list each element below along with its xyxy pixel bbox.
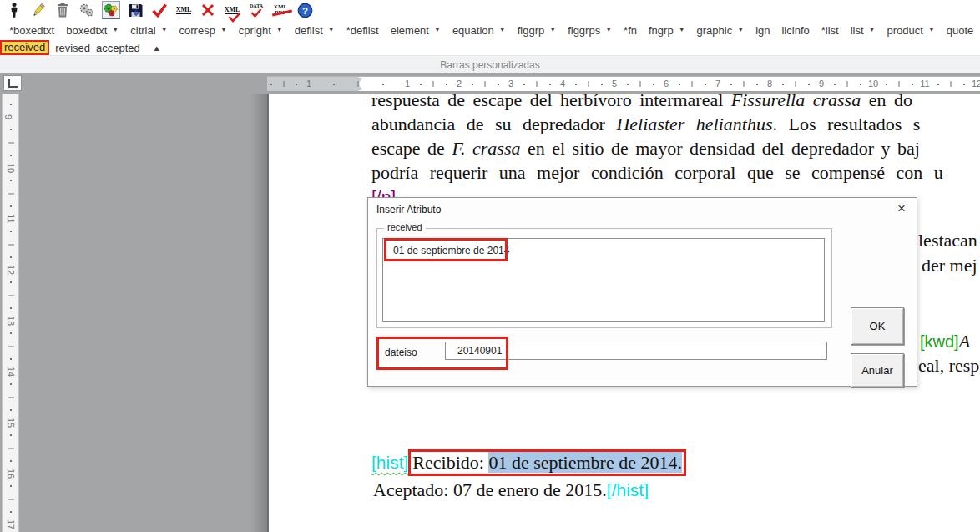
document-workspace: 91011121314151617 respuesta de escape de… — [0, 94, 980, 532]
ok-button[interactable]: OK — [851, 307, 904, 345]
tag-button[interactable]: *list — [816, 23, 845, 38]
ruler-tick — [782, 84, 784, 85]
tag-button[interactable]: equation ▼ — [447, 23, 512, 38]
dropdown-arrow-icon[interactable]: ▼ — [161, 27, 168, 33]
dialog-title: Inserir Atributo — [376, 204, 441, 215]
ruler-number: 1 — [405, 79, 410, 89]
tag-button[interactable]: cpright ▼ — [233, 23, 289, 38]
ruler-tick — [730, 84, 732, 85]
revised-button[interactable]: revised — [55, 42, 90, 54]
run-settings-icon[interactable] — [102, 1, 120, 19]
ruler-tick — [10, 205, 12, 207]
ruler-number: 8 — [767, 79, 772, 89]
ruler-tick — [10, 129, 12, 130]
ruler-tick — [8, 448, 14, 448]
tag-button[interactable]: *fn — [618, 23, 643, 38]
tag-button[interactable]: figgrp ▼ — [512, 23, 562, 38]
delete-x-icon[interactable] — [199, 1, 217, 19]
tag-button[interactable]: quote — [941, 23, 980, 38]
ruler-tick — [834, 84, 836, 85]
tab-stop-selector[interactable] — [3, 75, 22, 91]
dropdown-arrow-icon[interactable]: ▼ — [220, 27, 227, 33]
xml-pdf-icon[interactable]: XML PDF — [271, 1, 290, 19]
ruler-tick — [10, 485, 12, 487]
ruler-tick — [8, 346, 14, 347]
keyword-tag-fragment: [kwd]A — [920, 331, 970, 352]
xml-icon[interactable]: XML — [174, 1, 193, 19]
ruler-number: 10 — [6, 163, 16, 173]
ruler-tick — [627, 84, 629, 85]
ruler-tick — [963, 84, 965, 85]
document-line: podría requerir una mejor condición corp… — [371, 160, 943, 185]
ruler-tick — [296, 84, 297, 85]
ruler-row: 21123456789101112 — [0, 73, 980, 94]
dropdown-arrow-icon[interactable]: ▼ — [869, 27, 876, 33]
annotation-box — [384, 238, 508, 261]
ruler-tick — [692, 81, 693, 87]
tag-button-label: quote — [947, 24, 974, 37]
dropdown-arrow-icon[interactable]: ▼ — [499, 27, 506, 33]
ruler-tick — [358, 81, 359, 87]
tag-button[interactable]: *boxedtxt — [3, 23, 60, 38]
horizontal-ruler[interactable]: 21123456789101112 — [267, 76, 980, 92]
dropdown-arrow-icon[interactable]: ▼ — [276, 27, 283, 33]
tag-button[interactable]: deflist ▼ — [289, 23, 341, 38]
dropdown-arrow-icon[interactable]: ▼ — [328, 27, 335, 33]
ruler-tick — [8, 193, 14, 194]
ruler-tick — [549, 84, 551, 85]
xml-validate-icon[interactable]: XML — [223, 1, 241, 19]
pencil-icon[interactable] — [29, 1, 48, 19]
tag-button[interactable]: product ▼ — [881, 23, 941, 38]
help-icon[interactable]: ? — [296, 1, 314, 19]
tag-button[interactable]: corresp ▼ — [174, 23, 233, 38]
vertical-ruler[interactable]: 91011121314151617 — [2, 94, 19, 532]
person-icon[interactable] — [5, 1, 23, 19]
tag-button[interactable]: boxedtxt ▼ — [60, 23, 124, 38]
ruler-number: 13 — [6, 316, 16, 326]
ruler-tick — [601, 84, 603, 85]
tag-button[interactable]: cltrial ▼ — [124, 23, 173, 38]
dropdown-arrow-icon[interactable]: ▼ — [679, 27, 685, 33]
data-check-icon[interactable]: DATA — [247, 1, 265, 19]
page-shadow — [250, 94, 267, 532]
trash-icon[interactable] — [53, 1, 72, 19]
ruler-tick — [10, 383, 12, 385]
tag-button[interactable]: figgrps ▼ — [562, 23, 618, 38]
dropdown-arrow-icon[interactable]: ▼ — [928, 27, 935, 33]
ruler-tick — [382, 84, 384, 85]
ruler-tick — [10, 256, 12, 258]
annotation-box — [376, 337, 508, 370]
date-buttons-row: received revised accepted ▲ — [0, 40, 980, 55]
tag-button[interactable]: licinfo — [775, 23, 815, 38]
tag-button[interactable]: list ▼ — [845, 23, 881, 38]
ruler-tick — [899, 81, 900, 87]
gears-icon[interactable] — [78, 1, 96, 19]
ruler-tick — [679, 84, 680, 85]
tag-button-label: list — [851, 24, 864, 37]
ruler-tick — [912, 84, 913, 85]
close-icon[interactable]: × — [893, 200, 910, 217]
insert-attribute-dialog: Inserir Atributo × received 01 de septie… — [367, 197, 917, 387]
tag-button[interactable]: fngrp ▼ — [643, 23, 691, 38]
validate-check-icon[interactable] — [150, 1, 169, 19]
collapse-arrow-icon[interactable]: ▲ — [153, 43, 161, 53]
tag-button[interactable]: *deflist — [341, 23, 385, 38]
dropdown-arrow-icon[interactable]: ▼ — [549, 27, 556, 33]
dropdown-arrow-icon[interactable]: ▼ — [737, 27, 744, 33]
dropdown-arrow-icon[interactable]: ▼ — [605, 27, 612, 33]
tag-button[interactable]: element ▼ — [385, 23, 447, 38]
dropdown-arrow-icon[interactable]: ▼ — [112, 27, 119, 33]
accepted-button[interactable]: accepted — [96, 42, 140, 54]
received-button[interactable]: received — [0, 40, 49, 55]
tag-button[interactable]: ign — [750, 23, 775, 38]
ruler-tick — [472, 84, 473, 85]
tag-button[interactable]: graphic ▼ — [691, 23, 750, 38]
tag-button-label: figgrp — [518, 24, 545, 37]
ruler-tick — [10, 332, 12, 334]
ruler-tick — [847, 81, 848, 87]
dropdown-arrow-icon[interactable]: ▼ — [434, 27, 441, 33]
cancel-button[interactable]: Anular — [851, 353, 904, 388]
save-icon[interactable] — [126, 1, 144, 19]
ruler-tick — [10, 155, 12, 156]
tag-buttons-row: *boxedtxt boxedtxt ▼ cltrial ▼ corresp ▼… — [0, 20, 980, 40]
